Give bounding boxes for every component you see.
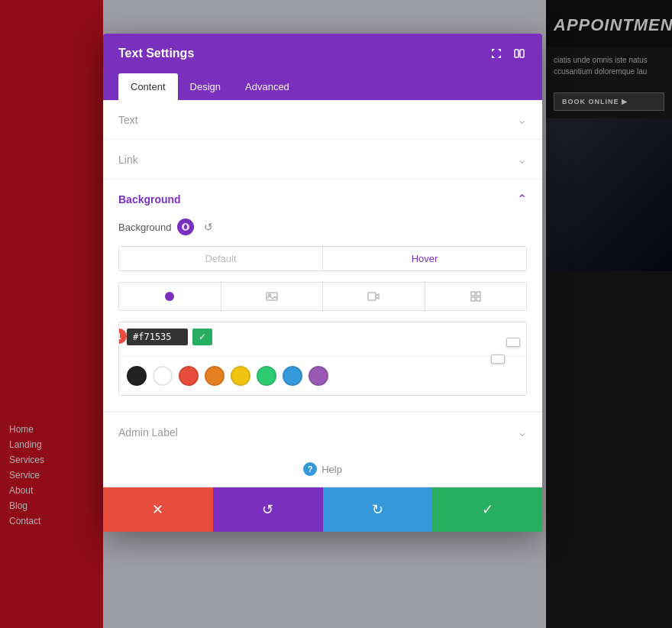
- link-section-row[interactable]: Link ⌄: [103, 140, 542, 180]
- swatch-red[interactable]: [179, 366, 199, 386]
- tab-content[interactable]: Content: [118, 73, 178, 100]
- svg-rect-6: [368, 293, 376, 300]
- bg-type-image-btn[interactable]: [221, 283, 324, 310]
- svg-rect-10: [477, 297, 480, 301]
- step-badge: 1: [118, 329, 127, 344]
- bg-type-icons-row: [118, 282, 527, 311]
- background-section: Background ⌃ Background ↺ Default Hover: [103, 180, 542, 412]
- save-button[interactable]: ✓: [432, 487, 542, 532]
- link-chevron-icon: ⌄: [517, 152, 527, 167]
- modal-header-icons: [489, 46, 527, 61]
- text-settings-modal: Text Settings Content Design Advanced Te…: [103, 34, 542, 532]
- admin-label-text: Admin Label: [118, 426, 178, 439]
- admin-label-section[interactable]: Admin Label ⌄: [103, 412, 542, 452]
- bg-controls-row: Background ↺: [118, 219, 527, 235]
- color-input-row: 1 ✓: [119, 322, 526, 350]
- swatch-green[interactable]: [257, 366, 276, 386]
- columns-icon[interactable]: [512, 46, 527, 61]
- text-section-label: Text: [118, 114, 138, 126]
- svg-rect-8: [477, 292, 480, 296]
- modal-tabs: Content Design Advanced: [103, 73, 542, 100]
- bg-type-pattern-btn[interactable]: [425, 283, 527, 310]
- default-toggle-btn[interactable]: Default: [119, 247, 322, 270]
- gradient-area: [119, 350, 526, 356]
- svg-rect-0: [515, 50, 519, 57]
- swatch-orange[interactable]: [205, 366, 225, 386]
- confirm-color-button[interactable]: ✓: [192, 329, 212, 345]
- swatch-black[interactable]: [127, 366, 147, 386]
- swatch-purple[interactable]: [309, 366, 328, 386]
- hue-thumb: [491, 354, 505, 364]
- tab-design[interactable]: Design: [178, 73, 233, 100]
- color-picker-panel: 1 ✓: [118, 322, 527, 396]
- cancel-button[interactable]: ✕: [103, 487, 213, 532]
- svg-rect-1: [520, 50, 524, 57]
- modal-footer: ✕ ↺ ↻ ✓: [103, 487, 542, 532]
- svg-rect-7: [471, 292, 475, 296]
- link-section-label: Link: [118, 154, 138, 166]
- hover-toggle-btn[interactable]: Hover: [323, 247, 526, 270]
- swatch-white[interactable]: [153, 366, 173, 386]
- bg-color-picker-icon[interactable]: [177, 219, 194, 235]
- default-hover-toggle: Default Hover: [118, 246, 527, 271]
- background-header[interactable]: Background ⌃: [118, 192, 527, 206]
- text-chevron-icon: ⌄: [517, 112, 527, 127]
- color-swatches-row: [119, 356, 526, 395]
- expand-icon[interactable]: [489, 46, 504, 61]
- background-chevron-icon: ⌃: [517, 192, 527, 206]
- modal-body: Text ⌄ Link ⌄ Background ⌃ Background: [103, 100, 542, 487]
- admin-label-chevron-icon: ⌄: [517, 425, 527, 439]
- undo-button[interactable]: ↺: [213, 487, 323, 532]
- modal-header: Text Settings: [103, 34, 542, 73]
- tab-advanced[interactable]: Advanced: [233, 73, 302, 100]
- background-title: Background: [118, 193, 181, 206]
- alpha-thumb: [506, 338, 520, 347]
- swatch-yellow[interactable]: [231, 366, 250, 386]
- text-section-row[interactable]: Text ⌄: [103, 100, 542, 140]
- swatch-blue[interactable]: [283, 366, 302, 386]
- hex-color-input[interactable]: [127, 329, 188, 345]
- modal-title: Text Settings: [118, 47, 194, 60]
- bg-type-video-btn[interactable]: [323, 283, 425, 310]
- redo-button[interactable]: ↻: [323, 487, 433, 532]
- help-label[interactable]: Help: [321, 464, 342, 475]
- help-row: ? Help: [103, 452, 542, 487]
- bg-reset-icon[interactable]: ↺: [200, 219, 217, 235]
- help-icon: ?: [303, 462, 317, 476]
- bg-label: Background: [118, 222, 171, 233]
- svg-point-3: [165, 292, 174, 301]
- svg-rect-9: [471, 297, 475, 301]
- bg-type-color-btn[interactable]: [119, 283, 221, 310]
